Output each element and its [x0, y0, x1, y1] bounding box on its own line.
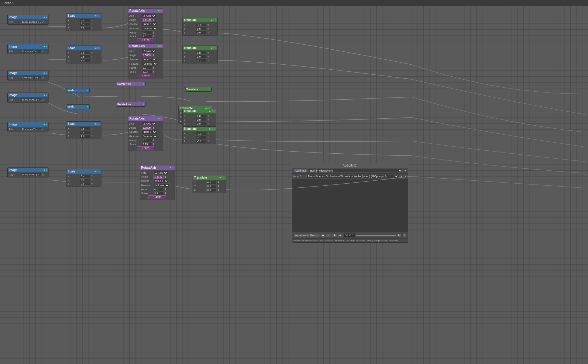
image-node-4[interactable]: Image ■■ Filecandy-cane3.pn...c: [7, 93, 49, 103]
feature-select[interactable]: Volume: [142, 26, 158, 31]
audio-file-path: /Users/mlinke/Desktop/Trans-Siberian Orc…: [292, 238, 408, 242]
scale-node-6[interactable]: Scale ■□□ X0.4⬆ Y0.3⬆ Z0.9⬆: [66, 169, 101, 187]
source-select-2[interactable]: Input 1: [142, 57, 157, 61]
node-icon-green[interactable]: ■: [44, 16, 45, 19]
node-icon-green[interactable]: ■: [211, 19, 212, 21]
translate-node-5b[interactable]: Translate ■□□ X-0.3⬆ Y0.7⬆ Z-0.2⬆: [182, 126, 216, 144]
rotate-axis-node-1[interactable]: RotateAxis ■ □ AxisZ-Axis Angle1.4139⬆ S…: [128, 8, 163, 43]
source-select-5[interactable]: Input 1: [142, 130, 157, 134]
input-device-select[interactable]: Built-in Microphone: [309, 169, 403, 173]
rotate-axis-node-2[interactable]: RotateAxis ■□ AxisZ-Axis Angle1.3809⬆ So…: [128, 43, 163, 78]
scale-node-5[interactable]: Scale ■□□ X0.5⬆ Y0.5⬆ Z1.0⬆: [66, 121, 101, 139]
prev-button[interactable]: ⏮: [338, 233, 343, 237]
axis-select-6[interactable]: Z-Axis: [153, 171, 168, 175]
translate-node-1-header: Translate ■ □ □: [183, 18, 217, 22]
node-icon-box[interactable]: □: [96, 14, 98, 17]
feature-select-6[interactable]: Volume: [153, 183, 170, 187]
rotate-axis-node-1-header: RotateAxis ■ □: [128, 9, 163, 13]
rotate-axis-node-3-collapsed[interactable]: RotateAxis+: [116, 82, 146, 86]
title-bar: Scene 0: [0, 0, 588, 6]
import-audio-button[interactable]: Import audio file(s)...: [293, 233, 320, 237]
scale-node-1-header: Scale ■ □ □: [66, 14, 101, 18]
source-select-6[interactable]: Input 1: [153, 179, 169, 183]
play-button[interactable]: ▶: [321, 233, 325, 237]
scale-node-1[interactable]: Scale ■ □ □ X0.4⬆ Y0.4⬆ Z0.9⬆: [66, 13, 101, 31]
image-node-3[interactable]: Image ■■ FileChristmas Tree ...c: [7, 71, 49, 80]
translate-node-6[interactable]: Translate ■□□ X0.4⬆ Y0.0⬆ Z0.0⬆: [193, 175, 226, 193]
source-select[interactable]: Input 1: [142, 22, 157, 26]
mute-button[interactable]: M: [397, 233, 402, 237]
solo-button[interactable]: S: [402, 233, 407, 237]
audio-add-input-row: Add input Built-in Microphone ▼: [292, 168, 408, 174]
axis-select[interactable]: Z-Axis: [142, 14, 156, 18]
feature-select-2[interactable]: Volume: [142, 62, 158, 66]
image-node-6[interactable]: Image ■■ Filecandy-cane3.pn...c: [7, 167, 49, 177]
rotate-axis-node-4-collapsed[interactable]: RotateAxis+: [116, 102, 146, 107]
scale-node-3-collapsed[interactable]: Scale+: [66, 88, 90, 93]
time-display: 00:18.2: [344, 233, 355, 237]
node-icon-box2[interactable]: □: [215, 19, 216, 21]
node-icon-box[interactable]: □: [213, 19, 214, 21]
node-icon-green[interactable]: ■: [158, 9, 160, 12]
audio-waveform-area: [292, 179, 408, 232]
input-1-source-select[interactable]: Trans-Siberian Orchestra – Wizards In Wi…: [306, 174, 399, 178]
image-node-2[interactable]: Image ■■ FileChristmas Tree ...c: [7, 44, 49, 54]
scale-node-4-collapsed[interactable]: Scale+: [66, 104, 90, 109]
node-icon-box2[interactable]: □: [98, 14, 100, 17]
translate-node-5a[interactable]: Translate ■□□ X0.0⬆ Y0.0⬆ Z0.0⬆: [182, 109, 216, 127]
rotate-axis-node-6[interactable]: RotateAxis ■□ AxisZ-Axis Angle1.4139⬆ So…: [140, 165, 175, 200]
position-slider[interactable]: [356, 235, 396, 236]
feature-select-5[interactable]: Volume: [142, 134, 158, 138]
node-icon-green[interactable]: ■: [94, 14, 96, 17]
pause-button[interactable]: ⏸: [326, 233, 331, 237]
scale-node-2[interactable]: Scale ■□□ X0.5⬆ Y0.5⬆ Z1.0⬆: [66, 46, 101, 63]
scene-title: Scene 0: [2, 1, 14, 5]
add-input-button[interactable]: Add input: [293, 169, 308, 173]
audio-midi-panel: Audio/MIDI Add input Built-in Microphone…: [292, 163, 408, 243]
translate-node-1[interactable]: Translate ■ □ □ X-0.9⬆ Y0.0⬆ Z0.0⬆: [182, 18, 218, 36]
stop-button[interactable]: ⏹: [332, 233, 337, 237]
image-node-1[interactable]: Image ■ ■ File candy-cane3.pn... c: [7, 15, 49, 25]
axis-select-2[interactable]: Z-Axis: [142, 49, 156, 53]
audio-panel-title: Audio/MIDI: [292, 163, 408, 168]
audio-transport-controls: Import audio file(s)... ▶ ⏸ ⏹ ⏮ 00:18.2 …: [292, 232, 408, 238]
node-icon-blue[interactable]: ■: [46, 16, 47, 19]
rotate-axis-node-5[interactable]: RotateAxis ■□ AxisZ-Axis Angle1.3809⬆ So…: [128, 116, 163, 151]
image-node-5[interactable]: Image ■■ FileChristmas Tree ...c: [7, 122, 49, 132]
audio-input-1-row: Input 1 Trans-Siberian Orchestra – Wizar…: [292, 174, 408, 179]
node-icon-box[interactable]: □: [160, 9, 162, 12]
axis-select-5[interactable]: Z-Axis: [142, 122, 156, 126]
image-node-2-header: Image ■■: [8, 44, 48, 49]
translate-node-3-collapsed[interactable]: Translate+: [185, 87, 212, 92]
image-node-1-header: Image ■ ■: [8, 15, 48, 19]
translate-node-2[interactable]: Translate ■□□ X0.8⬆ Y3.0⬆ Z-0.1⬆: [182, 46, 218, 63]
